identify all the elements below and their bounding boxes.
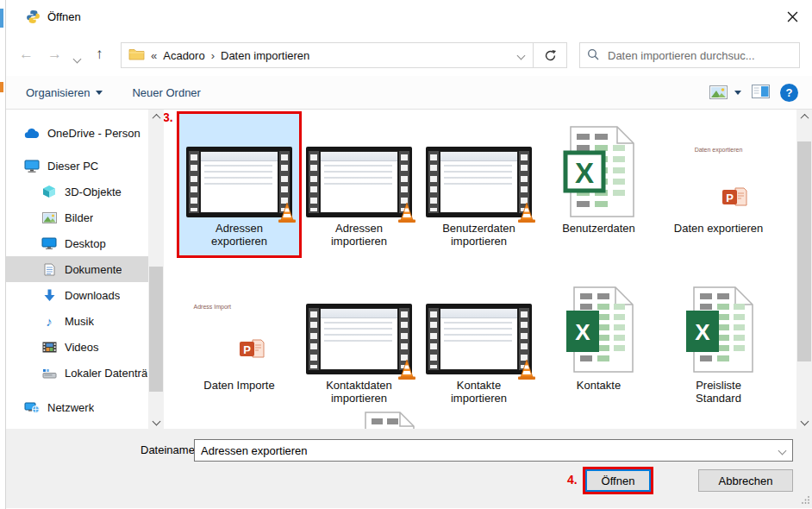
refresh-icon[interactable] [534, 43, 566, 67]
film-icon [41, 342, 57, 353]
sidebar-item-label: Desktop [65, 237, 106, 250]
breadcrumb-root-chevron[interactable]: « [151, 49, 157, 62]
dialog-footer: Dateiname: 4. Öffnen Abbrechen [6, 429, 812, 508]
address-bar[interactable]: « Acadoro › Daten importieren [121, 42, 567, 68]
file-list-scrollbar[interactable] [796, 110, 812, 429]
vlc-video-icon [186, 147, 292, 217]
breadcrumb-separator: › [211, 49, 215, 62]
sidebar-item-documents[interactable]: Dokumente [6, 256, 148, 282]
sidebar-item-label: Lokaler Datenträ [65, 367, 147, 380]
history-chevron-icon[interactable] [74, 52, 80, 65]
sidebar-item-pictures[interactable]: Bilder [6, 204, 148, 230]
filename-combobox[interactable] [194, 439, 793, 462]
file-label: Kontaktdaten importieren [315, 379, 404, 405]
search-box[interactable] [579, 42, 800, 68]
scroll-up-icon[interactable] [796, 110, 812, 124]
chevron-down-icon [96, 91, 103, 95]
chevron-down-icon [734, 91, 741, 95]
back-icon[interactable]: ← [19, 46, 34, 63]
file-tile-kontakte[interactable]: X Kontakte [539, 271, 659, 412]
open-file-dialog: Öffnen ← → ↑ « Acadoro › Daten importier… [6, 0, 812, 509]
scroll-down-icon[interactable] [796, 414, 812, 429]
search-input[interactable] [606, 48, 792, 63]
sidebar-item-label: Videos [65, 341, 99, 354]
music-note-icon: ♪ [41, 314, 57, 329]
slide-title-text: Daten exportieren [668, 147, 770, 153]
document-icon [41, 263, 57, 276]
powerpoint-preview-icon: Adress Import P [189, 290, 290, 376]
sidebar-item-music[interactable]: ♪ Musik [6, 308, 148, 334]
scrollbar-thumb[interactable] [797, 141, 811, 361]
preview-pane-icon [752, 85, 770, 98]
excel-icon: X [563, 126, 635, 217]
resize-grip[interactable] [801, 493, 810, 506]
up-icon[interactable]: ↑ [96, 46, 103, 63]
file-label: Kontakte importieren [434, 379, 524, 405]
powerpoint-icon: P [239, 338, 265, 361]
sidebar-item-desktop[interactable]: Desktop [6, 230, 148, 256]
title-bar: Öffnen [6, 0, 812, 35]
vlc-video-icon [426, 304, 532, 374]
thumbnail-view-icon [709, 85, 728, 99]
file-tile-benutzerdaten[interactable]: X Benutzerdaten [539, 114, 659, 255]
powerpoint-preview-icon: Daten exportieren P [668, 133, 770, 219]
forward-icon[interactable]: → [47, 46, 62, 63]
file-tile-daten-importe[interactable]: Adress Import P Daten Importe [179, 271, 299, 412]
background-fragment-blue [0, 9, 3, 28]
file-label: Benutzerdaten [554, 222, 644, 235]
sidebar-item-downloads[interactable]: Downloads [6, 282, 148, 308]
slide-title-text: Adress Import [194, 304, 290, 310]
folder-icon [128, 47, 145, 63]
file-tile-preisliste-standard[interactable]: X Preisliste Standard [659, 271, 778, 412]
scroll-down-icon[interactable] [148, 414, 164, 429]
sidebar-item-label: Dokumente [65, 263, 122, 276]
sidebar-item-onedrive[interactable]: OneDrive - Person [6, 120, 148, 146]
new-folder-button[interactable]: Neuer Ordner [125, 83, 207, 103]
address-dropdown-icon[interactable] [509, 53, 533, 59]
help-button[interactable]: ? [780, 84, 798, 102]
navigation-bar: ← → ↑ « Acadoro › Daten importieren [6, 35, 812, 76]
vlc-cone-icon [278, 202, 297, 223]
powerpoint-icon: P [721, 186, 747, 209]
breadcrumb-acadoro[interactable]: Acadoro [163, 49, 204, 62]
chevron-down-icon[interactable] [771, 448, 792, 454]
sidebar-item-this-pc[interactable]: Dieser PC [6, 153, 148, 179]
annotation-box-open: Öffnen [583, 467, 653, 494]
sidebar-item-network[interactable]: Netzwerk [6, 394, 148, 420]
file-tile-adressen-exportieren[interactable]: 3. Adressen exportieren [179, 114, 299, 255]
organize-label: Organisieren [26, 86, 90, 99]
file-tile-benutzerdaten-importieren[interactable]: Benutzerdaten importieren [419, 114, 539, 255]
open-button[interactable]: Öffnen [585, 469, 651, 492]
file-tile-kontakte-importieren[interactable]: Kontakte importieren [419, 271, 539, 412]
network-icon [24, 401, 40, 413]
view-mode-button[interactable] [709, 85, 741, 99]
svg-text:X: X [575, 319, 590, 345]
organize-button[interactable]: Organisieren [19, 83, 109, 103]
cancel-button[interactable]: Abbrechen [698, 469, 793, 492]
file-tile-kontaktdaten-importieren[interactable]: Kontaktdaten importieren [299, 271, 419, 412]
sidebar-scrollbar[interactable] [148, 110, 164, 429]
scroll-up-icon[interactable] [148, 110, 164, 124]
search-icon [587, 48, 599, 63]
scrollbar-thumb[interactable] [149, 267, 163, 392]
python-app-icon [26, 9, 41, 27]
command-bar: Organisieren Neuer Ordner [6, 76, 812, 110]
file-list: 3. Adressen exportieren [164, 110, 812, 429]
annotation-step-4: 4. [567, 473, 578, 487]
annotation-step-3: 3. [164, 110, 173, 124]
desktop-icon [41, 237, 57, 249]
download-arrow-icon [41, 289, 57, 302]
close-icon[interactable] [779, 5, 805, 28]
file-tile-daten-exportieren[interactable]: Daten exportieren P Daten exportieren [659, 114, 778, 255]
preview-pane-button[interactable] [752, 85, 770, 101]
filename-input[interactable] [195, 443, 771, 458]
file-tile-adressen-importieren[interactable]: Adressen importieren [299, 114, 419, 255]
dialog-content: OneDrive - Person Dieser PC 3D-Objekte [6, 110, 812, 429]
sidebar-item-3d-objects[interactable]: 3D-Objekte [6, 179, 148, 204]
excel-icon: X [565, 286, 634, 373]
file-label: Adressen importieren [315, 222, 404, 248]
vlc-cone-icon [517, 202, 536, 223]
sidebar-item-videos[interactable]: Videos [6, 334, 148, 360]
breadcrumb-current[interactable]: Daten importieren [221, 49, 309, 62]
sidebar-item-local-disk[interactable]: Lokaler Datenträ [6, 360, 148, 386]
